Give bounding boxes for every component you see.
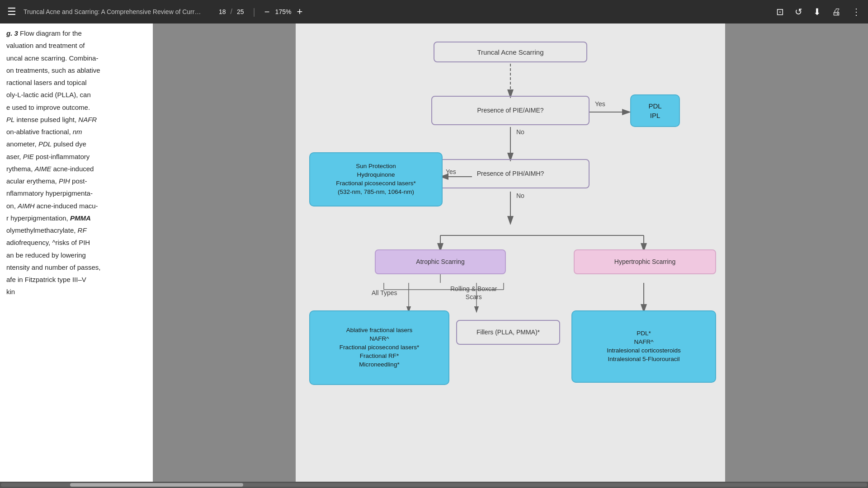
left-text-line-2: valuation and treatment of xyxy=(6,40,146,51)
toolbar-sep1: | xyxy=(253,7,255,17)
left-text-line-17: olymethylmethacrylate, RF xyxy=(6,225,146,235)
all-types-label: All Types xyxy=(372,289,397,296)
left-text-line-21: afe in Fitzpatrick type III–V xyxy=(6,274,146,285)
fit-page-button[interactable]: ⊡ xyxy=(776,6,784,17)
ablative-node: Ablative fractional lasers NAFR^ Fractio… xyxy=(309,310,449,385)
zoom-out-button[interactable]: − xyxy=(264,7,270,17)
scroll-thumb[interactable] xyxy=(70,483,243,487)
left-text-panel: g. 3 Flow diagram for the valuation and … xyxy=(0,23,153,482)
yes-label-2: Yes xyxy=(446,168,456,175)
fillers-node: Fillers (PLLA, PMMA)* xyxy=(456,320,560,345)
no-label-1: No xyxy=(516,128,524,136)
yes-label-1: Yes xyxy=(595,100,605,108)
flowchart: Truncal Acne Scarring Presence of PIE/AI… xyxy=(300,37,721,482)
left-text-line-13: acular erythema, PIH post- xyxy=(6,176,146,186)
left-text-line-19: an be reduced by lowering xyxy=(6,250,146,260)
zoom-level: 175% xyxy=(273,8,294,15)
bottom-scrollbar[interactable] xyxy=(0,482,868,488)
page-current[interactable]: 18 xyxy=(219,8,226,15)
rolling-boxcar-label: Rolling & Boxcar Scars xyxy=(450,285,497,301)
doc-area: Truncal Acne Scarring Presence of PIE/AI… xyxy=(153,23,868,482)
pie-aime-node: Presence of PIE/AIME? xyxy=(431,96,590,125)
left-text-line-22: kin xyxy=(6,286,146,297)
page-total: 25 xyxy=(237,8,244,15)
page-sep: / xyxy=(231,8,232,16)
left-text-line-11: aser, PIE post-inflammatory xyxy=(6,151,146,162)
main-area: g. 3 Flow diagram for the valuation and … xyxy=(0,23,868,482)
menu-icon[interactable]: ☰ xyxy=(7,6,16,18)
pdl-treatment-node: PDL* NAFR^ Intralesional corticosteroids… xyxy=(571,310,716,383)
left-text-line-16: r hyperpigmentation, PMMA xyxy=(6,213,146,223)
left-text-line-5: ractional lasers and topical xyxy=(6,77,146,88)
right-toolbar-icons: ⊡ ↺ ⬇ 🖨 ⋮ xyxy=(776,6,861,17)
left-text-line-6: oly-L-lactic acid (PLLA), can xyxy=(6,89,146,100)
left-text-line-10: anometer, PDL pulsed dye xyxy=(6,139,146,149)
left-text-line-18: adiofrequency, ^risks of PIH xyxy=(6,237,146,248)
left-text-line-7: e used to improve outcome. xyxy=(6,102,146,113)
download-button[interactable]: ⬇ xyxy=(813,6,821,17)
truncal-acne-node: Truncal Acne Scarring xyxy=(434,42,587,62)
left-text-line-4: on treatments, such as ablative xyxy=(6,65,146,75)
left-text-line-15: on, AIMH acne-induced macu- xyxy=(6,201,146,211)
left-text-line-20: ntensity and number of passes, xyxy=(6,262,146,272)
scroll-track[interactable] xyxy=(1,483,867,487)
pdl-ipl-node: PDL IPL xyxy=(630,94,680,127)
hypertrophic-scarring-node: Hypertrophic Scarring xyxy=(574,249,716,274)
left-text-line-8: PL intense pulsed light, NAFR xyxy=(6,114,146,125)
no-label-2: No xyxy=(516,192,524,199)
left-text-line-12: rythema, AIME acne-induced xyxy=(6,164,146,174)
left-text-line-9: on-ablative fractional, nm xyxy=(6,127,146,137)
left-text-line-3: uncal acne scarring. Combina- xyxy=(6,53,146,63)
more-options-button[interactable]: ⋮ xyxy=(852,6,861,17)
doc-title: Truncal Acne and Scarring: A Comprehensi… xyxy=(24,8,204,15)
history-button[interactable]: ↺ xyxy=(795,6,802,17)
sun-protection-node: Sun Protection Hydroquinone Fractional p… xyxy=(309,152,443,206)
left-text-line-1: g. 3 Flow diagram for the xyxy=(6,28,146,38)
doc-page: Truncal Acne Scarring Presence of PIE/AI… xyxy=(296,23,725,482)
print-button[interactable]: 🖨 xyxy=(832,7,841,17)
toolbar: ☰ Truncal Acne and Scarring: A Comprehen… xyxy=(0,0,868,23)
zoom-in-button[interactable]: + xyxy=(297,6,303,18)
atrophic-scarring-node: Atrophic Scarring xyxy=(375,249,506,274)
left-text-line-14: nflammatory hyperpigmenta- xyxy=(6,188,146,198)
